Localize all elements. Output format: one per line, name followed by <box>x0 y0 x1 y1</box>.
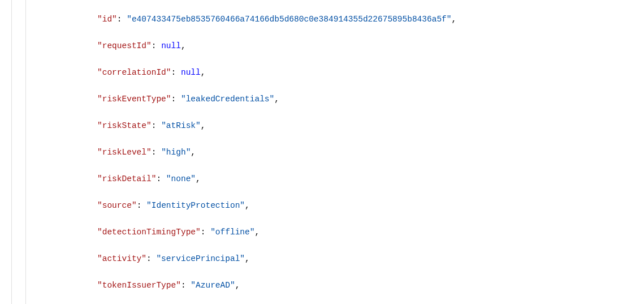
json-field-activity: "activity": "servicePrincipal", <box>26 252 644 266</box>
json-field-correlationId: "correlationId": null, <box>26 66 644 79</box>
json-field-requestId: "requestId": null, <box>26 40 644 53</box>
json-field-riskState: "riskState": "atRisk", <box>26 119 644 132</box>
json-field-source: "source": "IdentityProtection", <box>26 199 644 212</box>
gutter-spacer <box>12 0 25 304</box>
json-field-riskEventType: "riskEventType": "leakedCredentials", <box>26 93 644 106</box>
json-field-riskDetail: "riskDetail": "none", <box>26 173 644 186</box>
json-field-detectionTimingType: "detectionTimingType": "offline", <box>26 226 644 239</box>
gutter-spacer <box>0 0 11 304</box>
json-field-tokenIssuerType: "tokenIssuerType": "AzureAD", <box>26 279 644 292</box>
code-viewer: "id": "e407433475eb8535760466a74166db5d6… <box>0 0 644 304</box>
json-field-id: "id": "e407433475eb8535760466a74166db5d6… <box>26 13 644 26</box>
json-field-riskLevel: "riskLevel": "high", <box>26 146 644 159</box>
json-code[interactable]: "id": "e407433475eb8535760466a74166db5d6… <box>26 0 644 304</box>
